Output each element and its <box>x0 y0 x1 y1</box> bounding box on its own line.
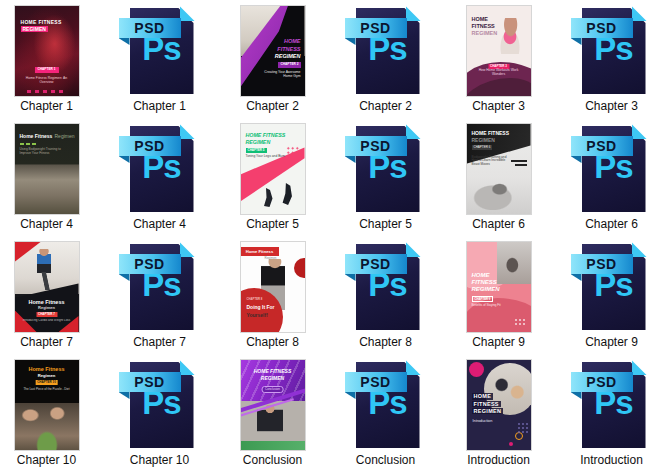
banner-fold-icon <box>119 392 130 399</box>
psd-file-icon: Ps PSD <box>119 124 195 214</box>
psd-file-icon: Ps PSD <box>345 360 421 450</box>
cover-subtitle: Home Fitness Regimen: An Overview <box>19 76 75 84</box>
banner-fold-icon <box>345 392 356 399</box>
banner-fold-icon <box>571 274 582 281</box>
file-label: Chapter 9 <box>472 335 525 349</box>
file-grid: HOME FITNESS REGIMEN CHAPTER 1 Home Fitn… <box>0 0 662 472</box>
ebook-cover-chapter-1: HOME FITNESS REGIMEN CHAPTER 1 Home Fitn… <box>14 5 80 97</box>
file-conclusion-psd[interactable]: Ps PSD Conclusion <box>329 354 442 472</box>
file-chapter-1-psd[interactable]: Ps PSD Chapter 1 <box>103 0 216 118</box>
cover-title: HOME <box>472 272 490 279</box>
cover-figure <box>494 18 526 54</box>
file-chapter-2-psd[interactable]: Ps PSD Chapter 2 <box>329 0 442 118</box>
file-label: Chapter 1 <box>133 99 186 113</box>
folded-corner-icon <box>406 360 421 375</box>
folded-corner-icon <box>180 360 195 375</box>
file-chapter-5-cover[interactable]: HOME FITNESS REGIMEN CHAPTER 5 Toning Yo… <box>216 118 329 236</box>
file-introduction-psd[interactable]: Ps PSD Introduction <box>555 354 662 472</box>
cover-badge: CHAPTER 8 <box>247 298 263 301</box>
file-label: Chapter 6 <box>472 217 525 231</box>
psd-file-icon: Ps PSD <box>345 6 421 96</box>
dot-pattern <box>517 422 529 434</box>
file-chapter-3-psd[interactable]: Ps PSD Chapter 3 <box>555 0 662 118</box>
cover-subtitle: Yourself! <box>247 312 268 318</box>
cover-badge: CHAPTER 9 <box>472 296 494 302</box>
file-chapter-10-cover[interactable]: Home Fitness Regimen CHAPTER 10 The Last… <box>0 354 103 472</box>
file-label: Chapter 7 <box>20 335 73 349</box>
file-chapter-9-psd[interactable]: Ps PSD Chapter 9 <box>555 236 662 354</box>
file-label: Chapter 3 <box>472 99 525 113</box>
file-chapter-6-psd[interactable]: Ps PSD Chapter 6 <box>555 118 662 236</box>
file-chapter-3-cover[interactable]: HOME FITNESS REGIMEN CHAPTER 3 How Home … <box>442 0 555 118</box>
file-label: Chapter 5 <box>246 217 299 231</box>
banner-fold-icon <box>571 38 582 45</box>
banner-fold-icon <box>119 274 130 281</box>
dot-pattern <box>514 318 526 326</box>
cover-badge: CHAPTER 6 <box>472 145 493 150</box>
cover-title-highlight: REGIMEN <box>21 26 48 32</box>
folder-view: HOME FITNESS REGIMEN CHAPTER 1 Home Fitn… <box>0 0 662 474</box>
folded-corner-icon <box>406 124 421 139</box>
cover-figure <box>471 178 523 210</box>
file-label: Chapter 2 <box>246 99 299 113</box>
folded-corner-icon <box>406 6 421 21</box>
file-label: Chapter 1 <box>20 99 73 113</box>
pink-circle <box>469 362 484 377</box>
psd-file-icon: Ps PSD <box>571 242 647 332</box>
file-chapter-2-cover[interactable]: HOME FITNESS REGIMEN CHAPTER 2 Creating … <box>216 0 329 118</box>
cover-badge: CHAPTER 1 <box>34 67 58 73</box>
cover-subtitle: How Home Workouts Work Wonders <box>473 69 525 77</box>
file-conclusion-cover[interactable]: HOME FITNESS REGIMEN Conclusion Conclusi… <box>216 354 329 472</box>
cover-badge: CHAPTER 7 <box>36 312 57 317</box>
file-chapter-7-psd[interactable]: Ps PSD Chapter 7 <box>103 236 216 354</box>
file-chapter-4-cover[interactable]: Home Fitness Regimen Using Bodyweight Tr… <box>0 118 103 236</box>
cover-badge: CHAPTER 5 <box>246 148 267 153</box>
ebook-cover-conclusion: HOME FITNESS REGIMEN Conclusion <box>240 359 306 451</box>
file-chapter-8-psd[interactable]: Ps PSD Chapter 8 <box>329 236 442 354</box>
banner-fold-icon <box>571 392 582 399</box>
ebook-cover-chapter-5: HOME FITNESS REGIMEN CHAPTER 5 Toning Yo… <box>240 123 306 215</box>
psd-banner-label: PSD <box>360 138 390 154</box>
file-chapter-6-cover[interactable]: HOME FITNESS REGIMEN CHAPTER 6 Bodyweigh… <box>442 118 555 236</box>
file-label: Chapter 8 <box>359 335 412 349</box>
cover-title: Regimen <box>15 306 79 311</box>
file-label: Chapter 6 <box>585 217 638 231</box>
file-chapter-5-psd[interactable]: Ps PSD Chapter 5 <box>329 118 442 236</box>
psd-banner-label: PSD <box>134 138 164 154</box>
file-chapter-8-cover[interactable]: Home Fitness Regimen CHAPTER 8 Doing It … <box>216 236 329 354</box>
cover-title: REGIMEN <box>472 137 495 143</box>
psd-file-icon: Ps PSD <box>119 6 195 96</box>
file-label: Conclusion <box>243 453 302 467</box>
cover-title: REGIMEN <box>241 375 305 381</box>
psd-banner-label: PSD <box>134 374 164 390</box>
file-label: Chapter 9 <box>585 335 638 349</box>
cover-title: HOME FITNESS <box>246 132 286 138</box>
folded-corner-icon <box>180 6 195 21</box>
cover-title: Home Fitness <box>15 366 79 373</box>
psd-file-icon: Ps PSD <box>571 6 647 96</box>
cover-badge: Conclusion <box>261 386 284 393</box>
file-chapter-1-cover[interactable]: HOME FITNESS REGIMEN CHAPTER 1 Home Fitn… <box>0 0 103 118</box>
cover-title: HOME <box>472 393 494 400</box>
cover-title: HOME <box>472 16 489 23</box>
psd-banner-label: PSD <box>586 138 616 154</box>
cover-title: FITNESS <box>472 279 497 286</box>
green-mat <box>241 441 305 450</box>
psd-banner-label: PSD <box>586 374 616 390</box>
file-label: Introduction <box>580 453 643 467</box>
file-chapter-7-cover[interactable]: Home Fitness Regimen CHAPTER 7 Introduci… <box>0 236 103 354</box>
file-introduction-cover[interactable]: HOME FITNESS REGIMEN Introduction Introd… <box>442 354 555 472</box>
cover-subtitle: Doing It For <box>247 304 275 310</box>
file-label: Chapter 3 <box>585 99 638 113</box>
file-chapter-9-cover[interactable]: HOME FITNESS REGIMEN CHAPTER 9 Benefits … <box>442 236 555 354</box>
cover-title: HOME FITNESS <box>21 19 62 25</box>
file-label: Chapter 2 <box>359 99 412 113</box>
cover-title: Regimen <box>15 373 79 378</box>
ebook-cover-chapter-10: Home Fitness Regimen CHAPTER 10 The Last… <box>14 359 80 451</box>
title-banner: Home Fitness <box>241 247 279 256</box>
file-chapter-10-psd[interactable]: Ps PSD Chapter 10 <box>103 354 216 472</box>
folded-corner-icon <box>632 6 647 21</box>
cover-subtitle: Benefits of Staying Fit <box>472 304 501 308</box>
psd-banner-label: PSD <box>360 20 390 36</box>
file-chapter-4-psd[interactable]: Ps PSD Chapter 4 <box>103 118 216 236</box>
